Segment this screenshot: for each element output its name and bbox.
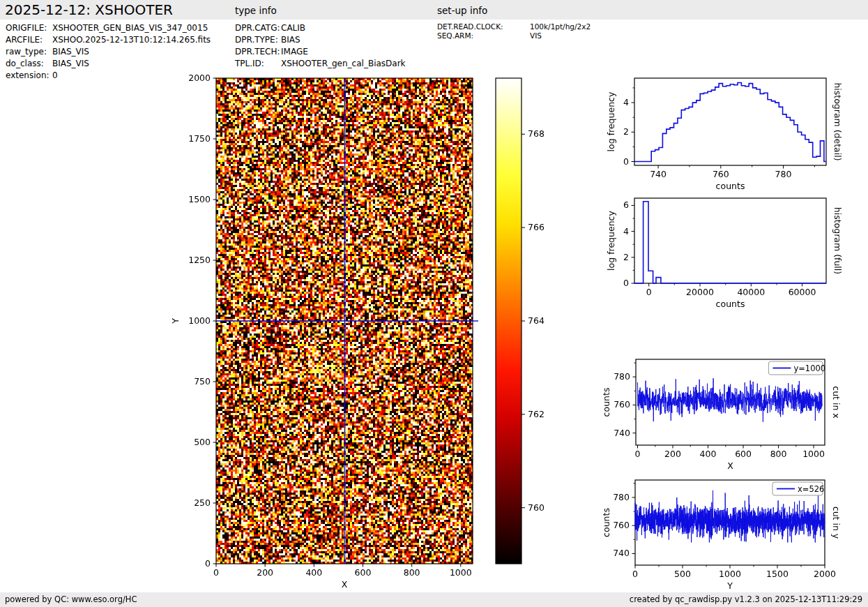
cut_x-plot: 02004006008001000740760780Xcountscut in … bbox=[601, 359, 842, 471]
side-label: histogram (full) bbox=[832, 207, 843, 274]
y-tick-label: 780 bbox=[614, 371, 630, 382]
y-tick-label: 740 bbox=[613, 548, 630, 558]
info-label: DPR.TYPE: bbox=[235, 35, 278, 45]
x-tick-label: 400 bbox=[305, 567, 322, 578]
page-title: 2025-12-12: XSHOOTER bbox=[5, 1, 173, 18]
cut_x-legend: y=1000 bbox=[768, 361, 825, 375]
y-axis-label: Y bbox=[170, 318, 181, 324]
plot-frame bbox=[636, 359, 825, 445]
y-tick-label: 2 bbox=[623, 252, 629, 262]
info-value: 0 bbox=[52, 70, 58, 80]
cut_y-series bbox=[635, 490, 825, 543]
info-value: CALIB bbox=[281, 23, 305, 33]
x-tick-label: 1500 bbox=[766, 569, 789, 579]
x-tick-label: 60000 bbox=[789, 287, 816, 297]
info-value: XSHOOTER_gen_cal_BiasDark bbox=[281, 59, 406, 68]
info-label: ARCFILE: bbox=[6, 35, 43, 45]
cut_x-series bbox=[638, 378, 823, 421]
x-axis-label: X bbox=[727, 460, 733, 471]
colorbar-tick-label: 762 bbox=[528, 409, 545, 419]
plot-frame bbox=[634, 198, 826, 283]
y-axis-label: counts bbox=[601, 388, 611, 417]
info-value: 100k/1pt/hg/2x2 bbox=[530, 22, 591, 31]
colorbar-tick-label: 766 bbox=[528, 222, 545, 232]
info-row: DPR.CATG:CALIB bbox=[235, 23, 458, 35]
side-label: cut in x bbox=[831, 386, 842, 418]
side-label: cut in y bbox=[831, 507, 842, 539]
info-row: extension:0 bbox=[6, 70, 229, 82]
x-tick-label: 0 bbox=[632, 569, 638, 579]
x-tick-label: 780 bbox=[775, 169, 792, 179]
x-tick-label: 500 bbox=[674, 569, 691, 579]
hist_full-series bbox=[634, 202, 826, 283]
info-row: SEQ.ARM:VIS bbox=[437, 31, 660, 40]
cut_y-legend: x=526 bbox=[772, 482, 824, 495]
info-value: BIAS_VIS bbox=[52, 47, 89, 57]
x-tick-label: 2000 bbox=[814, 569, 836, 579]
y-tick-label: 760 bbox=[614, 399, 630, 410]
info-label: ORIGFILE: bbox=[6, 23, 47, 33]
x-tick-label: 600 bbox=[355, 567, 372, 578]
info-value: XSHOO.2025-12-13T10:12:14.265.fits bbox=[52, 35, 211, 45]
footer-left-text: powered by QC: www.eso.org/HC bbox=[5, 594, 137, 604]
x-tick-label: 0 bbox=[635, 449, 641, 459]
hist_full-plot: 02000040000600000246countslog frequencyh… bbox=[606, 198, 843, 309]
info-value: VIS bbox=[530, 31, 542, 40]
x-tick-label: 0 bbox=[646, 287, 652, 297]
x-tick-label: 800 bbox=[404, 567, 420, 578]
y-tick-label: 1250 bbox=[188, 255, 211, 265]
x-tick-label: 200 bbox=[664, 449, 681, 459]
hist_detail-series bbox=[634, 83, 826, 162]
y-tick-label: 780 bbox=[613, 492, 630, 502]
y-tick-label: 4 bbox=[623, 226, 629, 237]
info-row: raw_type:BIAS_VIS bbox=[6, 47, 229, 59]
side-label: histogram (detail) bbox=[832, 82, 843, 160]
x-tick-label: 0 bbox=[213, 567, 219, 578]
info-label: extension: bbox=[6, 70, 50, 80]
type-info-heading: type info bbox=[235, 5, 277, 16]
x-tick-label: 200 bbox=[257, 567, 273, 578]
footer-right-text: created by qc_rawdisp.py v1.2.3 on 2025-… bbox=[630, 594, 862, 604]
info-label: SEQ.ARM: bbox=[437, 31, 473, 40]
x-tick-label: 1000 bbox=[802, 449, 825, 459]
plot-frame bbox=[635, 480, 825, 565]
cut_y-plot: 0500100015002000740760780Ycountscut in y… bbox=[601, 480, 842, 591]
y-tick-label: 2 bbox=[623, 126, 629, 137]
y-tick-label: 750 bbox=[194, 376, 211, 387]
info-row: DPR.TYPE:BIAS bbox=[235, 35, 458, 47]
x-tick-label: 740 bbox=[650, 169, 667, 179]
y-axis-label: log frequency bbox=[606, 211, 616, 271]
y-tick-label: 0 bbox=[623, 156, 629, 167]
x-tick-label: 20000 bbox=[686, 287, 714, 297]
x-axis-label: X bbox=[342, 579, 348, 590]
y-axis-label: log frequency bbox=[606, 91, 616, 151]
info-row: do_class:BIAS_VIS bbox=[6, 59, 229, 70]
footer-bar: powered by QC: www.eso.org/HC created by… bbox=[0, 592, 868, 607]
info-row: DET.READ.CLOCK:100k/1pt/hg/2x2 bbox=[437, 22, 660, 31]
x-tick-label: 400 bbox=[700, 449, 717, 459]
info-row: DPR.TECH:IMAGE bbox=[235, 47, 458, 59]
y-tick-label: 4 bbox=[623, 97, 629, 107]
info-label: do_class: bbox=[6, 59, 44, 68]
colorbar: 760762764766768 bbox=[496, 78, 545, 564]
y-tick-label: 1500 bbox=[188, 194, 211, 204]
info-row: TPL.ID:XSHOOTER_gen_cal_BiasDark bbox=[235, 59, 458, 70]
x-axis-label: counts bbox=[716, 181, 745, 191]
info-label: DPR.CATG: bbox=[235, 23, 280, 33]
x-tick-label: 40000 bbox=[737, 287, 765, 297]
x-tick-label: 600 bbox=[735, 449, 752, 459]
x-axis-label: Y bbox=[726, 580, 733, 591]
info-value: IMAGE bbox=[281, 47, 308, 57]
info-value: XSHOOTER_GEN_BIAS_VIS_347_0015 bbox=[52, 23, 208, 33]
info-label: raw_type: bbox=[6, 47, 47, 57]
x-tick-label: 1000 bbox=[719, 569, 741, 579]
info-row: ORIGFILE:XSHOOTER_GEN_BIAS_VIS_347_0015 bbox=[6, 23, 229, 35]
info-label: DPR.TECH: bbox=[235, 47, 280, 57]
y-tick-label: 6 bbox=[623, 200, 629, 210]
y-tick-label: 500 bbox=[194, 437, 211, 447]
x-tick-label: 1000 bbox=[450, 567, 472, 578]
plot-frame bbox=[634, 78, 826, 165]
info-label: TPL.ID: bbox=[235, 59, 264, 68]
legend-label: x=526 bbox=[798, 484, 824, 494]
legend-label: y=1000 bbox=[793, 364, 825, 373]
